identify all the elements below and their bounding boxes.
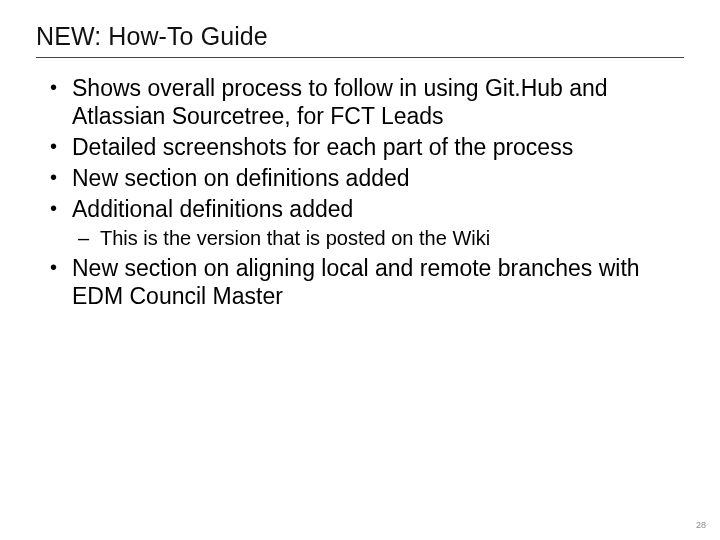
bullet-text: Shows overall process to follow in using… [72,75,608,129]
sub-bullet-text: This is the version that is posted on th… [100,227,490,249]
bullet-item: Shows overall process to follow in using… [44,74,684,130]
bullet-text: Additional definitions added [72,196,353,222]
bullet-text: New section on aligning local and remote… [72,255,640,309]
bullet-item: Detailed screenshots for each part of th… [44,133,684,161]
sub-bullet-item: This is the version that is posted on th… [72,226,684,250]
bullet-item: Additional definitions added This is the… [44,195,684,250]
bullet-text: New section on definitions added [72,165,410,191]
bullet-text: Detailed screenshots for each part of th… [72,134,573,160]
slide-content: Shows overall process to follow in using… [36,74,684,310]
slide-title: NEW: How-To Guide [36,22,684,58]
slide: NEW: How-To Guide Shows overall process … [0,0,720,540]
page-number: 28 [696,520,706,530]
bullet-item: New section on aligning local and remote… [44,254,684,310]
bullet-item: New section on definitions added [44,164,684,192]
